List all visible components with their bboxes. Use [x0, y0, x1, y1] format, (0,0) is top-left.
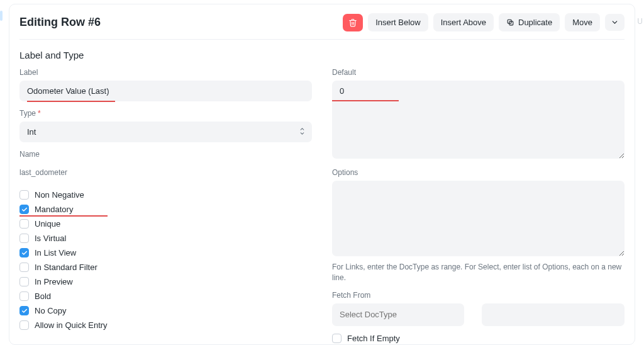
highlight-underline [332, 100, 399, 101]
name-field-row: Name last_odometer [19, 150, 312, 183]
checkbox-box [19, 320, 29, 330]
name-value: last_odometer [19, 162, 312, 183]
checkbox-no_copy[interactable]: No Copy [19, 306, 312, 315]
highlight-underline [19, 215, 108, 217]
checkbox-label: Unique [35, 219, 60, 229]
checkbox-box [19, 306, 29, 315]
checkbox-list: Non NegativeMandatoryUniqueIs VirtualIn … [19, 190, 312, 330]
duplicate-button[interactable]: Duplicate [499, 13, 560, 31]
checkbox-label: In List View [35, 248, 76, 257]
options-field-label: Options [332, 168, 625, 177]
label-field-row: Label [19, 68, 312, 101]
checkbox-box [19, 248, 29, 257]
checkbox-label: Non Negative [35, 190, 84, 200]
type-select[interactable]: Int [19, 122, 312, 142]
default-field-row: Default [332, 68, 625, 161]
options-help: For Links, enter the DocType as range. F… [332, 262, 625, 283]
checkbox-box [19, 190, 29, 200]
duplicate-label: Duplicate [518, 18, 552, 27]
insert-above-button[interactable]: Insert Above [433, 13, 494, 31]
decor-letter: U [637, 17, 643, 26]
name-field-label: Name [19, 150, 312, 159]
type-select-wrap: Int [19, 122, 312, 142]
right-column: Default Options For Links, enter the Doc… [332, 68, 625, 345]
duplicate-icon [506, 18, 514, 26]
options-field-row: Options For Links, enter the DocType as … [332, 168, 625, 283]
fetch-from-row [332, 303, 625, 326]
checkbox-box [19, 234, 29, 243]
default-textarea[interactable] [332, 81, 625, 159]
checkbox-label: Bold [35, 291, 51, 301]
insert-below-button[interactable]: Insert Below [368, 13, 428, 31]
checkbox-box [19, 205, 29, 214]
checkbox-box [19, 219, 29, 229]
checkbox-non_negative[interactable]: Non Negative [19, 190, 312, 200]
checkbox-is_virtual[interactable]: Is Virtual [19, 234, 312, 243]
checkbox-label: Allow in Quick Entry [35, 320, 108, 330]
options-textarea[interactable] [332, 181, 625, 256]
fetch-from-label: Fetch From [332, 291, 625, 300]
chevrons-up-down-icon [299, 127, 306, 137]
fetch-if-empty-label: Fetch If Empty [347, 334, 400, 343]
type-field-label: Type* [19, 109, 312, 118]
left-column: Label Type* Int Name last_odometer [19, 68, 312, 345]
fetch-if-empty-checkbox[interactable]: Fetch If Empty [332, 334, 625, 343]
section-title: Label and Type [19, 50, 625, 60]
toolbar: Insert Below Insert Above Duplicate Move [343, 13, 625, 31]
trash-icon [348, 18, 357, 27]
checkbox-box [332, 334, 341, 343]
label-input[interactable] [19, 81, 312, 101]
fetch-if-empty-row: Fetch If Empty If checked, this field wi… [332, 334, 625, 345]
checkbox-in_std_filter[interactable]: In Standard Filter [19, 263, 312, 272]
columns: Label Type* Int Name last_odometer [19, 68, 625, 345]
checkbox-label: No Copy [35, 306, 67, 315]
checkbox-box [19, 263, 29, 272]
editor-panel: Editing Row #6 Insert Below Insert Above… [9, 4, 635, 345]
checkbox-mandatory[interactable]: Mandatory [19, 205, 312, 214]
checkbox-unique[interactable]: Unique [19, 219, 312, 229]
delete-button[interactable] [343, 14, 363, 31]
checkbox-label: Is Virtual [35, 234, 66, 243]
checkbox-in_list_view[interactable]: In List View [19, 248, 312, 257]
checkbox-label: Mandatory [35, 205, 73, 214]
fetch-from-field-input[interactable] [482, 303, 625, 326]
type-label-text: Type [19, 109, 36, 118]
panel-header: Editing Row #6 Insert Below Insert Above… [19, 13, 625, 40]
chevron-down-icon [611, 18, 619, 26]
scroll-indicator [0, 11, 3, 21]
checkbox-label: In Standard Filter [35, 263, 97, 272]
label-field-label: Label [19, 68, 312, 77]
highlight-underline [27, 101, 115, 102]
more-button[interactable] [605, 14, 625, 31]
checkbox-bold[interactable]: Bold [19, 291, 312, 301]
type-field-row: Type* Int [19, 109, 312, 142]
required-star: * [38, 109, 41, 118]
fetch-from-field-row: Fetch From [332, 291, 625, 326]
checkbox-allow_quick[interactable]: Allow in Quick Entry [19, 320, 312, 330]
checkbox-box [19, 277, 29, 286]
move-button[interactable]: Move [565, 13, 600, 31]
page-title: Editing Row #6 [19, 16, 101, 29]
fetch-from-doctype-input[interactable] [332, 303, 464, 326]
checkbox-in_preview[interactable]: In Preview [19, 277, 312, 286]
checkbox-box [19, 291, 29, 301]
checkbox-label: In Preview [35, 277, 73, 286]
default-field-label: Default [332, 68, 625, 77]
